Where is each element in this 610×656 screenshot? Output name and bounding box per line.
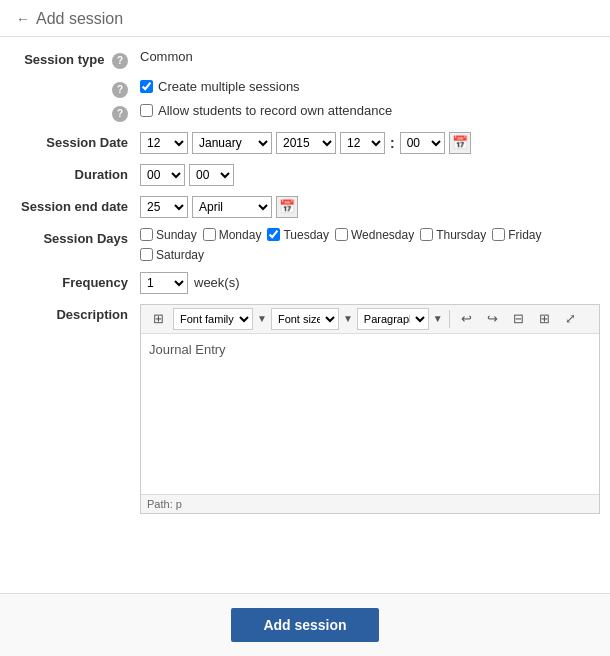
add-session-button[interactable]: Add session — [231, 608, 378, 642]
page-footer: Add session — [0, 593, 610, 656]
session-type-value: Common — [140, 49, 193, 64]
day-wednesday-checkbox[interactable] — [335, 228, 348, 241]
session-days-label: Session Days — [10, 228, 140, 246]
undo-btn[interactable]: ↩ — [456, 308, 478, 330]
day-monday-label: Monday — [219, 228, 262, 242]
create-multiple-checkbox-label[interactable]: Create multiple sessions — [140, 79, 300, 94]
session-date-month-select[interactable]: January FebruaryMarchAprilMay JuneJulyAu… — [192, 132, 272, 154]
fullscreen-btn[interactable]: ⤢ — [560, 308, 582, 330]
font-size-select[interactable]: Font size — [271, 308, 339, 330]
session-date-hour-select[interactable]: 12 0001020304 0506070809 1011131415 1617… — [340, 132, 385, 154]
allow-students-checkbox-label[interactable]: Allow students to record own attendance — [140, 103, 392, 118]
session-type-row: Session type ? Common — [0, 49, 610, 69]
day-wednesday[interactable]: Wednesday — [335, 228, 414, 242]
day-tuesday-label: Tuesday — [283, 228, 329, 242]
day-friday-checkbox[interactable] — [492, 228, 505, 241]
allow-students-text: Allow students to record own attendance — [158, 103, 392, 118]
session-end-date-controls: 25 0102030405 0607080910 1112131415 1617… — [140, 196, 600, 218]
font-size-arrow: ▼ — [343, 313, 353, 324]
day-friday-label: Friday — [508, 228, 541, 242]
session-date-calendar-icon[interactable]: 📅 — [449, 132, 471, 154]
create-multiple-label-area: ? — [10, 79, 140, 98]
frequency-unit: week(s) — [194, 275, 240, 290]
day-wednesday-label: Wednesday — [351, 228, 414, 242]
insert-row-btn[interactable]: ⊞ — [534, 308, 556, 330]
session-type-help-icon[interactable]: ? — [112, 53, 128, 69]
allow-students-control: Allow students to record own attendance — [140, 103, 600, 118]
redo-btn[interactable]: ↪ — [482, 308, 504, 330]
session-days-checkboxes: Sunday Monday Tuesday Wednesday — [140, 228, 542, 242]
insert-col-btn[interactable]: ⊟ — [508, 308, 530, 330]
session-end-date-day-select[interactable]: 25 0102030405 0607080910 1112131415 1617… — [140, 196, 188, 218]
day-sunday-checkbox[interactable] — [140, 228, 153, 241]
create-multiple-control: Create multiple sessions — [140, 79, 600, 94]
session-date-label: Session Date — [10, 132, 140, 150]
day-sunday-label: Sunday — [156, 228, 197, 242]
session-end-date-month-select[interactable]: JanuaryFebruaryMarch AprilMayJune JulyAu… — [192, 196, 272, 218]
session-date-row: Session Date 12 0102030405 0607080910 11… — [0, 132, 610, 154]
frequency-select[interactable]: 1 234 5678 — [140, 272, 188, 294]
day-saturday[interactable]: Saturday — [140, 248, 204, 262]
session-date-day-select[interactable]: 12 0102030405 0607080910 1113141516 1718… — [140, 132, 188, 154]
paragraph-arrow: ▼ — [433, 313, 443, 324]
create-multiple-help-icon[interactable]: ? — [112, 82, 128, 98]
editor-content-text: Journal Entry — [149, 342, 226, 357]
day-sunday[interactable]: Sunday — [140, 228, 197, 242]
editor-toolbar: ⊞ Font family ▼ Font size ▼ Paragraph ▼ — [141, 305, 599, 334]
description-label: Description — [10, 304, 140, 322]
allow-students-help-icon[interactable]: ? — [112, 106, 128, 122]
description-row: Description ⊞ Font family ▼ Font size ▼ — [0, 304, 610, 514]
paragraph-select[interactable]: Paragraph — [357, 308, 429, 330]
day-tuesday[interactable]: Tuesday — [267, 228, 329, 242]
editor-content[interactable]: Journal Entry — [141, 334, 599, 494]
allow-students-row: ? Allow students to record own attendanc… — [0, 103, 610, 122]
day-saturday-label: Saturday — [156, 248, 204, 262]
day-friday[interactable]: Friday — [492, 228, 541, 242]
session-type-label: Session type ? — [10, 49, 140, 69]
duration-label: Duration — [10, 164, 140, 182]
session-date-year-select[interactable]: 201320142015 20162017 — [276, 132, 336, 154]
create-multiple-row: ? Create multiple sessions — [0, 79, 610, 98]
session-type-value-area: Common — [140, 49, 600, 64]
frequency-controls: 1 234 5678 week(s) — [140, 272, 600, 294]
font-family-select[interactable]: Font family — [173, 308, 253, 330]
table-icon-btn[interactable]: ⊞ — [147, 308, 169, 330]
day-saturday-checkbox[interactable] — [140, 248, 153, 261]
page-title: Add session — [36, 10, 123, 28]
session-end-date-label: Session end date — [10, 196, 140, 214]
session-end-date-row: Session end date 25 0102030405 060708091… — [0, 196, 610, 218]
toolbar-divider-1 — [449, 310, 450, 328]
create-multiple-text: Create multiple sessions — [158, 79, 300, 94]
description-editor: ⊞ Font family ▼ Font size ▼ Paragraph ▼ — [140, 304, 600, 514]
day-monday-checkbox[interactable] — [203, 228, 216, 241]
back-arrow[interactable]: ← — [16, 11, 30, 27]
allow-students-checkbox[interactable] — [140, 104, 153, 117]
session-end-date-calendar-icon[interactable]: 📅 — [276, 196, 298, 218]
duration-row: Duration 00 0102030405 0607080910 1112 0… — [0, 164, 610, 186]
form-body: Session type ? Common ? Create multiple … — [0, 37, 610, 593]
page-header: ← Add session — [0, 0, 610, 37]
day-monday[interactable]: Monday — [203, 228, 262, 242]
duration-hour-select[interactable]: 00 0102030405 0607080910 1112 — [140, 164, 185, 186]
time-colon: : — [390, 135, 395, 151]
description-editor-area: ⊞ Font family ▼ Font size ▼ Paragraph ▼ — [140, 304, 600, 514]
font-family-arrow: ▼ — [257, 313, 267, 324]
session-date-controls: 12 0102030405 0607080910 1113141516 1718… — [140, 132, 600, 154]
duration-minute-select[interactable]: 00 0510152025 303540455055 — [189, 164, 234, 186]
page-container: ← Add session Session type ? Common ? Cr… — [0, 0, 610, 656]
day-thursday-label: Thursday — [436, 228, 486, 242]
frequency-row: Frequency 1 234 5678 week(s) — [0, 272, 610, 294]
editor-path: Path: p — [141, 494, 599, 513]
session-days-controls: Sunday Monday Tuesday Wednesday — [140, 228, 600, 262]
allow-students-label-area: ? — [10, 103, 140, 122]
saturday-row: Saturday — [140, 248, 600, 262]
duration-controls: 00 0102030405 0607080910 1112 00 0510152… — [140, 164, 600, 186]
day-thursday[interactable]: Thursday — [420, 228, 486, 242]
session-date-minute-select[interactable]: 00 0510152025 303540455055 — [400, 132, 445, 154]
session-days-row: Session Days Sunday Monday Tuesday — [0, 228, 610, 262]
day-thursday-checkbox[interactable] — [420, 228, 433, 241]
frequency-label: Frequency — [10, 272, 140, 290]
day-tuesday-checkbox[interactable] — [267, 228, 280, 241]
create-multiple-checkbox[interactable] — [140, 80, 153, 93]
